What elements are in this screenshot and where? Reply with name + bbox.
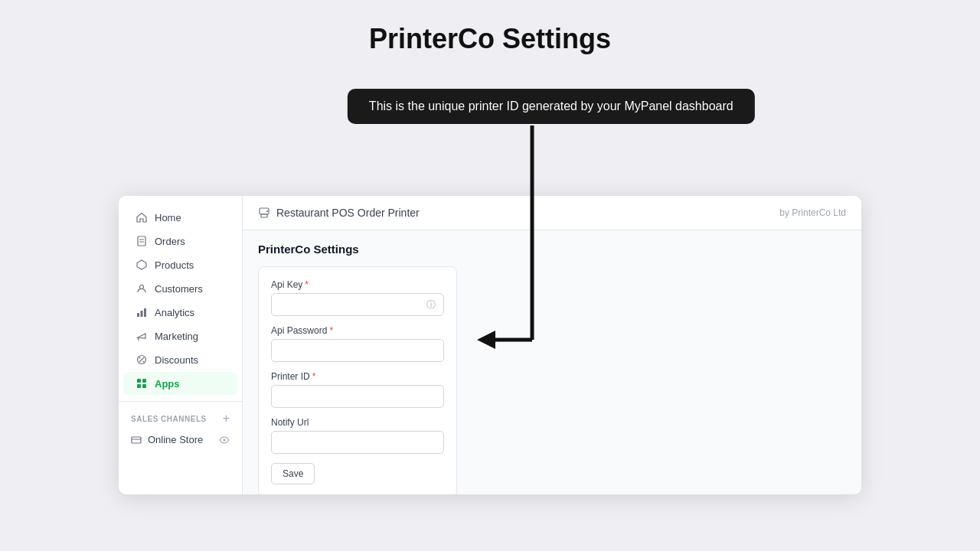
- svg-point-24: [266, 210, 268, 212]
- page-title: PrinterCo Settings: [369, 23, 611, 55]
- svg-point-21: [224, 439, 226, 441]
- app-name: Restaurant POS Order Printer: [276, 207, 420, 219]
- sales-channels-label: SALES CHANNELS: [131, 415, 207, 423]
- orders-icon: [136, 235, 148, 247]
- sidebar-item-home[interactable]: Home: [123, 206, 237, 229]
- sidebar-item-products[interactable]: Products: [123, 253, 237, 276]
- app-header: Restaurant POS Order Printer by PrinterC…: [243, 196, 861, 230]
- save-button[interactable]: Save: [271, 463, 315, 484]
- api-password-group: Api Password *: [271, 325, 444, 362]
- svg-marker-6: [137, 260, 146, 269]
- customers-icon: [136, 282, 148, 295]
- printer-id-input[interactable]: [279, 391, 436, 402]
- notify-url-group: Notify Url: [271, 417, 444, 454]
- app-header-left: Restaurant POS Order Printer: [258, 207, 420, 219]
- svg-rect-16: [142, 379, 146, 383]
- sidebar-item-products-label: Products: [155, 259, 194, 271]
- online-store-icon: [131, 435, 142, 445]
- printer-id-input-wrapper: [271, 385, 444, 408]
- sidebar-divider: [119, 401, 242, 402]
- svg-rect-3: [138, 236, 145, 246]
- sidebar-item-orders-label: Orders: [155, 236, 185, 247]
- settings-form-card: Api Key * ⓘ Api Password *: [258, 266, 457, 494]
- svg-rect-23: [261, 214, 267, 217]
- sidebar-item-home-label: Home: [155, 212, 181, 223]
- sidebar-item-discounts[interactable]: Discounts: [123, 348, 237, 371]
- home-icon: [136, 211, 148, 223]
- api-key-label: Api Key *: [271, 279, 444, 290]
- api-key-info-icon[interactable]: ⓘ: [426, 298, 436, 311]
- settings-title: PrinterCo Settings: [258, 243, 846, 256]
- analytics-icon: [136, 306, 148, 318]
- sales-channels-header: SALES CHANNELS +: [119, 408, 242, 429]
- app-by-label: by PrinterCo Ltd: [779, 207, 846, 218]
- api-password-input[interactable]: [279, 345, 436, 356]
- sidebar-item-discounts-label: Discounts: [155, 354, 198, 366]
- sidebar-item-customers-label: Customers: [155, 283, 203, 295]
- sidebar-item-marketing[interactable]: Marketing: [123, 324, 237, 347]
- svg-rect-15: [137, 379, 141, 383]
- sidebar: Home Orders Products: [119, 196, 243, 494]
- svg-point-14: [143, 361, 145, 363]
- svg-rect-17: [137, 384, 141, 388]
- online-store-label: Online Store: [148, 434, 203, 445]
- browser-window: Home Orders Products: [119, 196, 861, 494]
- svg-point-7: [140, 285, 144, 289]
- printer-app-icon: [258, 207, 270, 219]
- sidebar-item-apps-label: Apps: [155, 378, 180, 390]
- printer-id-label: Printer ID *: [271, 371, 444, 382]
- sidebar-item-apps[interactable]: Apps: [123, 372, 237, 395]
- main-content: Restaurant POS Order Printer by PrinterC…: [243, 196, 861, 494]
- sidebar-item-orders[interactable]: Orders: [123, 230, 237, 253]
- svg-rect-10: [144, 308, 146, 317]
- api-password-input-wrapper: [271, 339, 444, 362]
- svg-rect-9: [141, 311, 143, 317]
- api-key-group: Api Key * ⓘ: [271, 279, 444, 316]
- notify-url-input[interactable]: [279, 437, 436, 448]
- sidebar-item-analytics-label: Analytics: [155, 307, 194, 318]
- tooltip-text: This is the unique printer ID generated …: [348, 89, 755, 124]
- discounts-icon: [136, 354, 148, 366]
- sidebar-item-online-store[interactable]: Online Store: [119, 429, 242, 450]
- svg-point-13: [139, 357, 141, 359]
- notify-url-input-wrapper: [271, 431, 444, 454]
- api-password-label: Api Password *: [271, 325, 444, 336]
- svg-rect-8: [137, 313, 139, 317]
- products-icon: [136, 259, 148, 271]
- apps-icon: [136, 377, 148, 390]
- svg-rect-18: [142, 384, 146, 388]
- sidebar-item-analytics[interactable]: Analytics: [123, 301, 237, 324]
- eye-icon: [219, 435, 230, 445]
- api-key-input[interactable]: [279, 299, 426, 310]
- printer-id-group: Printer ID *: [271, 371, 444, 408]
- api-key-input-wrapper: ⓘ: [271, 293, 444, 316]
- settings-area: PrinterCo Settings Api Key * ⓘ: [243, 230, 861, 494]
- notify-url-label: Notify Url: [271, 417, 444, 428]
- marketing-icon: [136, 330, 148, 342]
- svg-rect-19: [132, 437, 141, 443]
- add-sales-channel-button[interactable]: +: [223, 412, 230, 425]
- sidebar-item-marketing-label: Marketing: [155, 331, 198, 342]
- tooltip-container: This is the unique printer ID generated …: [348, 89, 755, 124]
- sidebar-item-customers[interactable]: Customers: [123, 277, 237, 300]
